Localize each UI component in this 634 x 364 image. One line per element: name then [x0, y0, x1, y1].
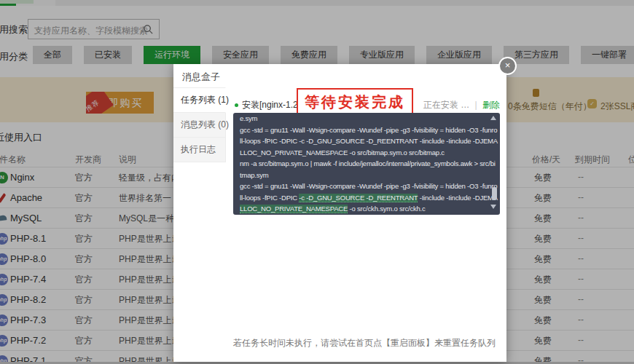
console-output[interactable]: e.symgcc -std = gnu11 -Wall -Wsign-compa…	[233, 113, 500, 215]
installing-status-text: 正在安装 …	[423, 100, 469, 110]
console-line: ll-loops -fPIC -DPIC -c -D_GNU_SOURCE -D…	[240, 192, 481, 204]
modal-tab[interactable]: 执行日志	[173, 138, 226, 162]
modal-tab[interactable]: 消息列表 (0)	[173, 113, 226, 138]
status-divider: |	[475, 100, 477, 110]
console-line: ll-loops -fPIC -DPIC -c -D_GNU_SOURCE -D…	[240, 135, 481, 147]
console-line: gcc -std = gnu11 -Wall -Wsign-compare -W…	[240, 181, 481, 192]
console-line: e.sym	[240, 113, 481, 124]
scroll-down-icon[interactable]	[490, 205, 496, 209]
console-line: tmap.sym	[240, 170, 481, 181]
modal-tab[interactable]: 任务列表 (1)	[173, 87, 226, 113]
scroll-up-icon[interactable]	[490, 116, 496, 120]
console-line: nm -a src/bitmap.sym.o | mawk -f include…	[240, 158, 481, 170]
modal-title: 消息盒子	[182, 71, 220, 84]
console-line: LLOC_NO_PRIVATE_NAMESPACE -o src/ckh.sym…	[240, 203, 481, 215]
close-icon[interactable]: ×	[498, 57, 517, 75]
console-line: LLOC_NO_PRIVATE_NAMESPACE -o src/bitmap.…	[240, 147, 481, 159]
task-status-dot	[235, 103, 238, 107]
delete-task-link[interactable]: 删除	[482, 100, 500, 110]
scrollbar-thumb[interactable]	[492, 187, 497, 200]
task-name: 安装[nginx-1.22]	[242, 99, 305, 111]
message-box-modal: 消息盒子 × 任务列表 (1)消息列表 (0)执行日志 安装[nginx-1.2…	[173, 64, 506, 362]
task-status: 正在安装 … | 删除	[423, 99, 500, 111]
modal-sidebar-tabs: 任务列表 (1)消息列表 (0)执行日志	[173, 87, 226, 162]
modal-footer-hint: 若任务长时间未执行，请尝试在首页点【重启面板】来重置任务队列	[233, 337, 496, 349]
app-store-page: 应用搜索 支持应用名称、字段模糊搜索 应用分类 全部已安装运行环境安全应用免费应…	[0, 0, 634, 364]
console-line: gcc -std = gnu11 -Wall -Wsign-compare -W…	[240, 124, 481, 136]
